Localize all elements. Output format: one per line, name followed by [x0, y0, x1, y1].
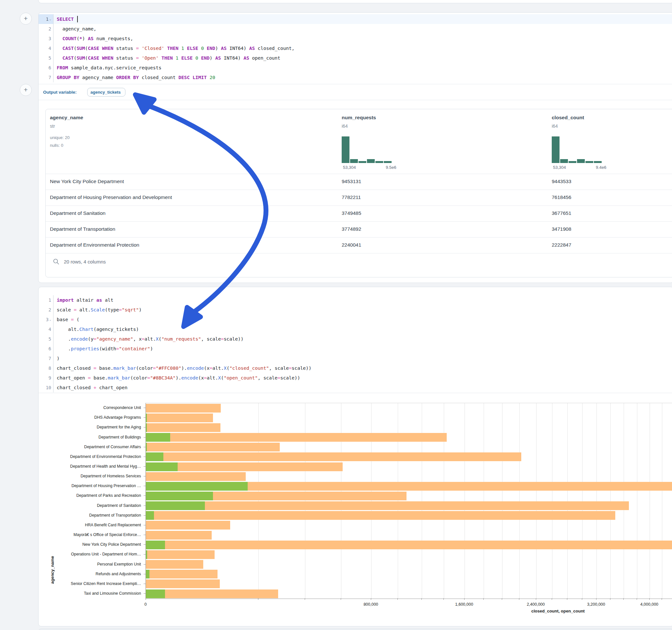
table-cell[interactable]: 7782211	[342, 194, 361, 200]
code-line[interactable]: 1import altair as alt	[39, 295, 672, 305]
code-line[interactable]: 4 alt.Chart(agency_tickets)	[39, 324, 672, 334]
open_count-bar[interactable]	[146, 423, 147, 432]
sql-code-editor[interactable]: 1⌄SELECT 2 agency_name,3 COUNT(*) AS num…	[39, 14, 672, 82]
table-cell[interactable]: 7618456	[552, 194, 571, 200]
code-text[interactable]: chart_open = base.mark_bar(color="#8BC34…	[53, 373, 672, 383]
code-line[interactable]: 2 agency_name,	[39, 24, 672, 34]
table-cell[interactable]: 2222847	[552, 242, 571, 248]
closed_count-bar[interactable]	[146, 540, 672, 549]
table-cell[interactable]: 2240041	[342, 242, 361, 248]
code-line[interactable]: 2scale = alt.Scale(type="sqrt")	[39, 305, 672, 315]
code-text[interactable]: COUNT(*) AS num_requests,	[53, 34, 672, 43]
closed_count-bar[interactable]	[146, 433, 447, 442]
code-line[interactable]: 5 .encode(y="agency_name", x=alt.X("num_…	[39, 334, 672, 344]
code-text[interactable]: scale = alt.Scale(type="sqrt")	[53, 305, 672, 315]
code-text[interactable]: alt.Chart(agency_tickets)	[53, 324, 672, 334]
code-text[interactable]: agency_name,	[53, 24, 672, 34]
y-tick	[144, 486, 146, 486]
closed_count-bar[interactable]	[146, 589, 278, 598]
code-line[interactable]: 5 CAST(SUM(CASE WHEN status = 'Open' THE…	[39, 53, 672, 63]
collapse-chevron-icon[interactable]: ⌄	[49, 17, 51, 21]
closed_count-bar[interactable]	[146, 579, 220, 588]
closed_count-bar[interactable]	[146, 472, 246, 481]
code-text[interactable]: base = (	[53, 315, 672, 324]
code-text[interactable]: FROM sample_data.nyc.service_requests	[53, 63, 672, 73]
closed_count-bar[interactable]	[146, 511, 615, 520]
code-line[interactable]: 9chart_open = base.mark_bar(color="#8BC3…	[39, 373, 672, 383]
open_count-bar[interactable]	[146, 433, 170, 442]
code-text[interactable]: )	[53, 354, 672, 363]
open_count-bar[interactable]	[146, 511, 154, 520]
column-header[interactable]: closed_count	[552, 115, 584, 121]
table-cell[interactable]: Department of Sanitation	[50, 210, 105, 216]
collapse-chevron-icon[interactable]: ⌄	[49, 318, 51, 321]
code-line[interactable]: 3 COUNT(*) AS num_requests,	[39, 34, 672, 43]
table-cell[interactable]: 3774892	[342, 226, 361, 232]
code-line[interactable]: 3⌄base = (	[39, 315, 672, 324]
column-header[interactable]: num_requests	[342, 115, 376, 121]
open_count-bar[interactable]	[146, 492, 213, 500]
closed_count-bar[interactable]	[146, 404, 221, 413]
open_count-bar[interactable]	[146, 501, 205, 510]
code-line[interactable]: 6 .properties(width="container")	[39, 344, 672, 354]
table-cell[interactable]: New York City Police Department	[50, 178, 124, 185]
open_count-bar[interactable]	[146, 462, 178, 471]
closed_count-bar[interactable]	[146, 560, 203, 569]
open_count-bar[interactable]	[146, 570, 149, 579]
code-text[interactable]: .encode(y="agency_name", x=alt.X("num_re…	[53, 334, 672, 344]
add-cell-button-mid[interactable]: +	[20, 84, 32, 96]
open_count-bar[interactable]	[146, 589, 165, 598]
closed_count-bar[interactable]	[146, 443, 280, 452]
code-line[interactable]: 4 CAST(SUM(CASE WHEN status = 'Closed' T…	[39, 43, 672, 53]
x-tick	[662, 598, 662, 600]
open_count-bar[interactable]	[146, 550, 147, 559]
table-cell[interactable]: 9453131	[342, 178, 361, 185]
table-cell[interactable]: Department of Transportation	[50, 226, 115, 232]
code-text[interactable]: .properties(width="container")	[53, 344, 672, 354]
y-axis-label: Department of Parks and Recreation	[76, 493, 141, 498]
table-cell[interactable]: 9443533	[552, 178, 571, 185]
open_count-bar[interactable]	[146, 482, 248, 491]
closed_count-bar[interactable]	[146, 413, 213, 422]
text-caret	[77, 16, 78, 22]
y-tick	[144, 593, 146, 594]
open_count-bar[interactable]	[146, 413, 147, 422]
table-cell[interactable]: Department of Housing Preservation and D…	[50, 194, 172, 200]
code-line[interactable]: 7)	[39, 354, 672, 363]
table-cell[interactable]: 3471908	[552, 226, 571, 232]
closed_count-bar[interactable]	[146, 570, 217, 579]
y-tick	[144, 408, 146, 408]
open_count-bar[interactable]	[146, 443, 147, 452]
code-line[interactable]: 6FROM sample_data.nyc.service_requests	[39, 63, 672, 73]
code-text[interactable]: CAST(SUM(CASE WHEN status = 'Open' THEN …	[53, 53, 672, 63]
closed_count-bar[interactable]	[146, 531, 212, 539]
search-icon[interactable]	[53, 258, 59, 265]
code-line[interactable]: 1⌄SELECT	[39, 14, 672, 24]
closed_count-bar[interactable]	[146, 521, 230, 530]
table-cell[interactable]: 3677651	[552, 210, 571, 216]
open_count-bar[interactable]	[146, 540, 165, 549]
code-text[interactable]: chart_closed = base.mark_bar(color="#FFC…	[53, 363, 672, 373]
closed_count-bar[interactable]	[146, 453, 521, 461]
code-text[interactable]: CAST(SUM(CASE WHEN status = 'Closed' THE…	[53, 43, 672, 53]
table-cell[interactable]: Department of Environmental Protection	[50, 242, 139, 248]
column-type: str	[50, 123, 55, 129]
closed_count-bar[interactable]	[146, 550, 215, 559]
closed_count-bar[interactable]	[146, 501, 629, 510]
code-text[interactable]: import altair as alt	[53, 295, 672, 305]
code-text[interactable]: chart_closed + chart_open	[53, 383, 672, 392]
code-line[interactable]: 7GROUP BY agency_name ORDER BY closed_co…	[39, 73, 672, 82]
column-header[interactable]: agency_name	[50, 115, 83, 121]
python-code-editor[interactable]: 1import altair as alt2scale = alt.Scale(…	[39, 295, 672, 392]
next-card-edge	[38, 629, 672, 630]
add-cell-button-top[interactable]: +	[20, 13, 32, 25]
code-text[interactable]: GROUP BY agency_name ORDER BY closed_cou…	[53, 73, 672, 82]
output-variable-pill[interactable]: agency_tickets	[87, 88, 125, 97]
open_count-bar[interactable]	[146, 453, 163, 461]
closed_count-bar[interactable]	[146, 423, 220, 432]
y-axis-label: Department of Health and Mental Hyg…	[70, 464, 141, 468]
code-text[interactable]: SELECT	[53, 14, 672, 24]
code-line[interactable]: 10chart_closed + chart_open	[39, 383, 672, 392]
code-line[interactable]: 8chart_closed = base.mark_bar(color="#FF…	[39, 363, 672, 373]
table-cell[interactable]: 3749485	[342, 210, 361, 216]
